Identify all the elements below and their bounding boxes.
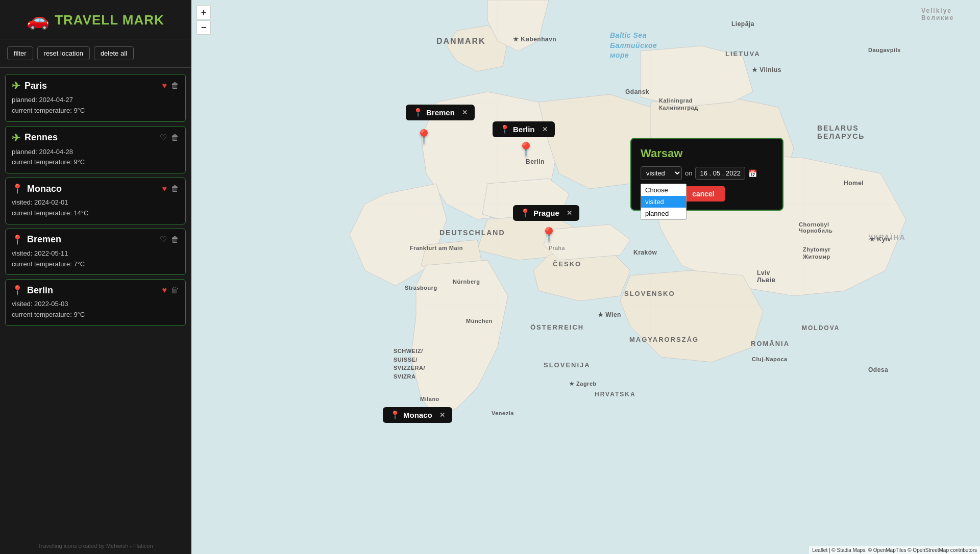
rennes-date: planned: 2024-04-28 [12,147,179,158]
calendar-icon[interactable]: 📅 [748,169,757,178]
trash-icon-bremen[interactable]: 🗑 [171,235,179,244]
heart-icon-paris[interactable]: ♥ [162,81,167,90]
popup-label-prague: Prague [533,209,559,217]
zoom-out-button[interactable]: − [197,20,211,35]
delete-all-button[interactable]: delete all [94,46,134,60]
map-popup-bremen: 📍 Bremen ✕ [406,105,475,120]
city-name-rennes: Rennes [24,132,58,143]
divider-top [0,39,191,39]
card-detail-rennes: planned: 2024-04-28 current temperature:… [12,147,179,168]
card-actions-rennes: ♡ 🗑 [160,133,179,142]
pin-icon-berlin: 📍 [12,285,23,296]
heart-icon-monaco[interactable]: ♥ [162,184,167,193]
popup-label-monaco: Monaco [403,411,432,419]
location-card-rennes: ✈ Rennes ♡ 🗑 planned: 2024-04-28 current… [5,126,186,174]
rennes-temp: current temperature: 9°C [12,157,179,168]
card-header-berlin: 📍 Berlin ♥ 🗑 [12,285,179,296]
popup-close-monaco[interactable]: ✕ [439,411,445,419]
berlin-date: visited: 2022-05-03 [12,299,179,310]
heart-icon-berlin[interactable]: ♥ [162,286,167,295]
warsaw-on-label: on [685,169,692,177]
map-svg [191,0,980,554]
card-title-monaco: 📍 Monaco [12,183,62,194]
location-card-bremen: 📍 Bremen ♡ 🗑 visited: 2022-05-11 current… [5,229,186,275]
reset-location-button[interactable]: reset location [37,46,90,60]
warsaw-cancel-button[interactable]: cancel [682,186,725,202]
dropdown-option-choose[interactable]: Choose [641,184,686,196]
pin-icon-monaco: 📍 [12,183,23,194]
map-popup-prague: 📍 Prague ✕ [513,205,579,221]
trash-icon-monaco[interactable]: 🗑 [171,184,179,193]
map-marker-berlin[interactable]: 📍 [517,141,535,158]
map-attribution: Leaflet | © Stadia Maps. © OpenMapTiles … [809,546,980,554]
locations-list: ✈ Paris ♥ 🗑 planned: 2024-04-27 current … [0,71,191,538]
card-detail-bremen: visited: 2022-05-11 current temperature:… [12,248,179,270]
zoom-controls: + − [197,5,211,35]
bremen-temp: current temperature: 7°C [12,259,179,270]
city-name-bremen: Bremen [27,234,61,245]
trash-icon-rennes[interactable]: 🗑 [171,133,179,142]
location-card-berlin: 📍 Berlin ♥ 🗑 visited: 2022-05-03 current… [5,279,186,326]
card-actions-bremen: ♡ 🗑 [160,235,179,244]
city-name-monaco: Monaco [27,184,62,194]
berlin-temp: current temperature: 9°C [12,310,179,320]
map-marker-prague[interactable]: 📍 [540,226,558,243]
popup-pin-bremen: 📍 [413,108,423,117]
card-detail-berlin: visited: 2022-05-03 current temperature:… [12,299,179,320]
warsaw-status-select[interactable]: Choose visited planned [641,166,682,180]
dropdown-option-visited[interactable]: visited [641,196,686,208]
map-marker-bremen[interactable]: 📍 [415,129,433,145]
card-title-bremen: 📍 Bremen [12,234,61,245]
card-detail-paris: planned: 2024-04-27 current temperature:… [12,95,179,116]
card-actions-berlin: ♥ 🗑 [162,286,180,295]
popup-close-berlin[interactable]: ✕ [542,125,548,133]
app-title: TRAVELL MARK [55,12,164,28]
sidebar: 🚗 TRAVELL MARK filter reset location del… [0,0,191,554]
paris-date: planned: 2024-04-27 [12,95,179,106]
popup-pin-monaco: 📍 [390,410,400,420]
monaco-temp: current temperature: 14°C [12,208,179,219]
popup-close-bremen[interactable]: ✕ [462,109,468,116]
logo-icon: 🚗 [27,9,50,31]
card-actions-monaco: ♥ 🗑 [162,184,180,193]
warsaw-dropdown-open: Choose visited planned [641,184,687,220]
popup-pin-berlin: 📍 [500,124,510,134]
location-card-paris: ✈ Paris ♥ 🗑 planned: 2024-04-27 current … [5,74,186,122]
card-title-paris: ✈ Paris [12,80,47,92]
sidebar-footer: Travelling icons created by Mehwish - Fl… [0,538,191,554]
svg-marker-13 [641,46,753,107]
logo-area: 🚗 TRAVELL MARK [0,0,191,36]
footer-text: Travelling icons created by Mehwish - Fl… [38,543,153,549]
card-header-bremen: 📍 Bremen ♡ 🗑 [12,234,179,245]
popup-label-berlin: Berlin [513,125,535,134]
filter-button[interactable]: filter [7,46,33,60]
plane-icon-rennes: ✈ [12,132,20,144]
card-actions-paris: ♥ 🗑 [162,81,180,90]
heart-icon-rennes[interactable]: ♡ [160,133,167,142]
popup-close-prague[interactable]: ✕ [567,209,572,217]
city-name-paris: Paris [24,81,47,91]
trash-icon-paris[interactable]: 🗑 [171,81,179,90]
warsaw-date-display: 16 . 05 . 2022 [695,167,745,180]
card-title-rennes: ✈ Rennes [12,132,58,144]
map-popup-warsaw: Warsaw Choose visited planned on 16 . 05… [630,138,783,211]
trash-icon-berlin[interactable]: 🗑 [171,286,179,295]
location-card-monaco: 📍 Monaco ♥ 🗑 visited: 2024-02-01 current… [5,178,186,224]
popup-label-bremen: Bremen [426,108,455,117]
zoom-in-button[interactable]: + [197,5,211,19]
card-title-berlin: 📍 Berlin [12,285,53,296]
warsaw-form: Choose visited planned on 16 . 05 . 2022… [641,166,773,180]
map-area[interactable]: Baltic SeaБалтийскоеморе DANMARK ★ Køben… [191,0,980,554]
popup-pin-prague: 📍 [520,208,530,218]
map-popup-monaco: 📍 Monaco ✕ [383,407,452,423]
monaco-date: visited: 2024-02-01 [12,197,179,208]
card-header-monaco: 📍 Monaco ♥ 🗑 [12,183,179,194]
pin-icon-bremen: 📍 [12,234,23,245]
dropdown-option-planned[interactable]: planned [641,208,686,219]
card-header-paris: ✈ Paris ♥ 🗑 [12,80,179,92]
map-popup-berlin: 📍 Berlin ✕ [493,121,555,137]
warsaw-popup-title: Warsaw [641,147,773,160]
plane-icon-paris: ✈ [12,80,20,92]
bremen-date: visited: 2022-05-11 [12,248,179,259]
heart-icon-bremen[interactable]: ♡ [160,235,167,244]
